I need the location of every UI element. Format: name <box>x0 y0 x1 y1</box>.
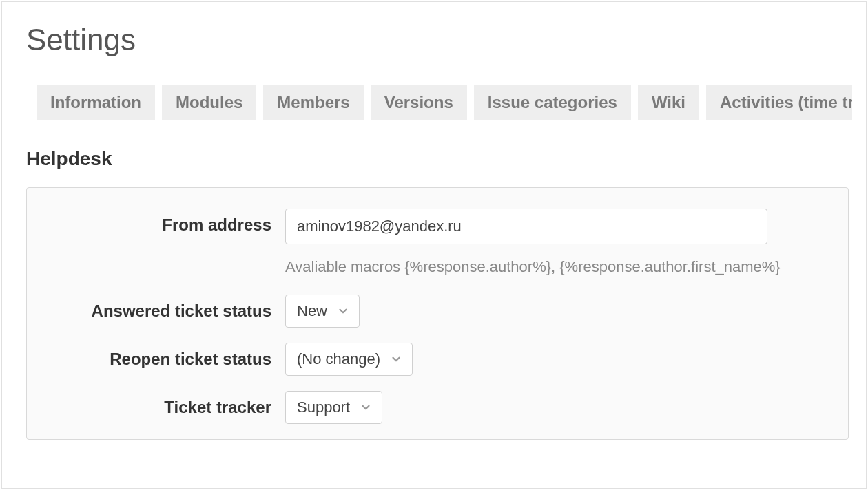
section-title: Helpdesk <box>26 148 852 170</box>
tab-activities[interactable]: Activities (time trac <box>706 85 852 120</box>
select-ticket-tracker[interactable]: Support <box>285 391 382 424</box>
help-from-address: Avaliable macros {%response.author%}, {%… <box>285 254 831 279</box>
settings-panel: Settings Information Modules Members Ver… <box>1 1 867 489</box>
tab-members[interactable]: Members <box>263 85 363 120</box>
page-title: Settings <box>26 23 852 57</box>
select-answered-status[interactable]: New <box>285 295 360 328</box>
helpdesk-fieldset: From address Avaliable macros {%response… <box>26 187 849 440</box>
tab-modules[interactable]: Modules <box>162 85 256 120</box>
select-reopen-status-value: (No change) <box>297 350 380 368</box>
select-ticket-tracker-value: Support <box>297 398 350 416</box>
tab-information[interactable]: Information <box>37 85 155 120</box>
row-from-address: From address Avaliable macros {%response… <box>44 209 831 279</box>
row-ticket-tracker: Ticket tracker Support <box>44 391 831 424</box>
label-reopen-status: Reopen ticket status <box>44 343 285 369</box>
label-answered-status: Answered ticket status <box>44 295 285 321</box>
chevron-down-icon <box>337 305 349 317</box>
chevron-down-icon <box>360 401 372 414</box>
chevron-down-icon <box>390 353 402 365</box>
select-reopen-status[interactable]: (No change) <box>285 343 413 376</box>
tabs-bar: Information Modules Members Versions Iss… <box>37 85 852 120</box>
label-from-address: From address <box>44 209 285 235</box>
row-reopen-status: Reopen ticket status (No change) <box>44 343 831 376</box>
row-answered-status: Answered ticket status New <box>44 295 831 328</box>
tab-versions[interactable]: Versions <box>371 85 467 120</box>
tab-wiki[interactable]: Wiki <box>638 85 699 120</box>
label-ticket-tracker: Ticket tracker <box>44 391 285 417</box>
input-from-address[interactable] <box>285 209 767 244</box>
tab-issue-categories[interactable]: Issue categories <box>474 85 631 120</box>
select-answered-status-value: New <box>297 302 327 320</box>
